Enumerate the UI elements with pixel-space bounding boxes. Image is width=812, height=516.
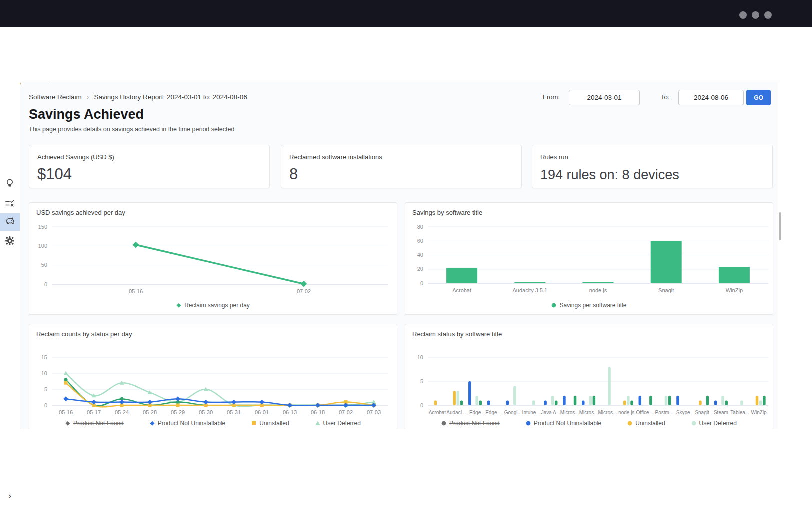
legend-marker-circle xyxy=(628,421,632,426)
svg-text:40: 40 xyxy=(418,252,424,258)
go-button[interactable]: GO xyxy=(746,90,771,106)
legend-marker-square xyxy=(252,421,256,426)
svg-text:100: 100 xyxy=(38,243,48,249)
svg-text:07-03: 07-03 xyxy=(367,410,381,416)
legend-marker-circle xyxy=(552,303,556,308)
svg-text:WinZip: WinZip xyxy=(726,288,743,294)
svg-text:0: 0 xyxy=(44,282,48,288)
stat-value: 8 xyxy=(290,166,298,184)
sidebar-item-savings[interactable] xyxy=(0,214,20,231)
page-subtitle: This page provides details on savings ac… xyxy=(29,126,234,133)
chart-legend: Product Not FoundProduct Not Uninstallab… xyxy=(30,420,397,427)
chart-canvas: 05101505-1605-1705-2405-2805-2905-3005-3… xyxy=(30,324,398,420)
stat-card-rules-run: Rules run 194 rules on: 8 devices xyxy=(532,145,773,188)
sidebar-item-rules[interactable] xyxy=(0,196,20,213)
legend-marker-triangle xyxy=(316,421,320,426)
svg-text:Intune ...: Intune ... xyxy=(522,410,542,416)
panel-savings-by-software: Savings by software title 020406080Acrob… xyxy=(405,202,774,315)
stat-card-reclaimed-installs: Reclaimed software installations 8 xyxy=(281,145,522,188)
checklist-icon xyxy=(4,198,16,211)
svg-text:Micros...: Micros... xyxy=(598,410,618,416)
svg-text:05-17: 05-17 xyxy=(87,410,101,416)
stat-value: $104 xyxy=(38,166,72,184)
svg-text:15: 15 xyxy=(42,354,48,360)
legend-item[interactable]: Product Not Found xyxy=(66,420,124,427)
chart-canvas: 020406080AcrobatAudacity 3.5.1node.jsSna… xyxy=(406,203,774,302)
svg-text:50: 50 xyxy=(42,262,48,268)
svg-text:node.js: node.js xyxy=(590,288,608,294)
panel-reclaim-status-by-software: Reclaim status by software title 0510Acr… xyxy=(405,324,774,429)
chart-canvas: 05010015005-1607-02 xyxy=(30,203,398,302)
legend-item[interactable]: User Deferred xyxy=(692,420,737,427)
scrollbar-thumb[interactable] xyxy=(779,212,782,240)
svg-text:80: 80 xyxy=(418,224,424,230)
svg-text:Java A...: Java A... xyxy=(542,410,560,416)
chart-legend: Reclaim savings per day xyxy=(30,302,397,309)
svg-text:05-30: 05-30 xyxy=(199,410,213,416)
app-header: 1E Software Reclaim xyxy=(0,28,812,82)
chart-legend: Product Not FoundProduct Not Uninstallab… xyxy=(406,420,773,427)
window-control-dot xyxy=(740,12,747,19)
svg-text:Micros...: Micros... xyxy=(580,410,598,416)
legend-label: Product Not Uninstallable xyxy=(534,420,602,427)
legend-label: Uninstalled xyxy=(260,420,289,427)
svg-text:Steam: Steam xyxy=(714,410,728,416)
legend-label: User Deferred xyxy=(324,420,361,427)
svg-text:05-24: 05-24 xyxy=(115,410,129,416)
svg-text:10: 10 xyxy=(418,354,424,360)
lightbulb-icon xyxy=(4,178,16,191)
window-control-dot xyxy=(764,12,772,19)
legend-label: User Deferred xyxy=(700,420,737,427)
stat-label: Rules run xyxy=(540,154,568,161)
legend-item[interactable]: Product Not Uninstallable xyxy=(150,420,226,427)
chart-legend: Savings per software title xyxy=(406,302,773,309)
svg-text:06-01: 06-01 xyxy=(255,410,269,416)
svg-text:Tablea...: Tablea... xyxy=(730,410,750,416)
svg-text:Micros...: Micros... xyxy=(560,410,580,416)
legend-marker-diamond xyxy=(66,421,70,426)
legend-item[interactable]: Reclaim savings per day xyxy=(176,302,250,309)
stat-card-achieved-savings: Achieved Savings (USD $) $104 xyxy=(29,145,270,188)
svg-text:05-16: 05-16 xyxy=(59,410,73,416)
main-content: Software Reclaim › Savings History Repor… xyxy=(20,82,778,429)
legend-label: Reclaim savings per day xyxy=(184,302,250,309)
svg-text:05-31: 05-31 xyxy=(227,410,241,416)
svg-text:10: 10 xyxy=(42,370,48,376)
svg-text:0: 0 xyxy=(420,402,424,408)
legend-item[interactable]: Product Not Found xyxy=(442,420,500,427)
sidebar-item-insights[interactable] xyxy=(0,176,20,193)
window-control-dot xyxy=(752,12,760,19)
legend-marker-circle xyxy=(526,421,531,426)
from-date-input[interactable] xyxy=(569,90,640,106)
legend-item[interactable]: Uninstalled xyxy=(252,420,289,427)
svg-text:node.js: node.js xyxy=(618,410,634,416)
window-titlebar xyxy=(0,0,812,28)
sidebar-item-settings[interactable] xyxy=(0,233,20,250)
panel-usd-savings-per-day: USD savings achieved per day 05010015005… xyxy=(29,202,398,315)
svg-text:Audacity 3.5.1: Audacity 3.5.1 xyxy=(512,288,548,294)
to-date-input[interactable] xyxy=(678,90,744,106)
svg-text:Skype: Skype xyxy=(676,410,690,416)
sidebar-expand-chevron-icon[interactable]: › xyxy=(0,490,20,502)
legend-label: Product Not Found xyxy=(450,420,500,427)
legend-marker-diamond xyxy=(176,303,182,308)
legend-item[interactable]: Product Not Uninstallable xyxy=(526,420,602,427)
chart-canvas: 0510AcrobatAudaci...EdgeEdge ...Googl...… xyxy=(406,324,774,420)
legend-item[interactable]: Uninstalled xyxy=(628,420,665,427)
legend-item[interactable]: Savings per software title xyxy=(552,302,626,309)
svg-text:20: 20 xyxy=(418,266,424,272)
svg-text:150: 150 xyxy=(38,224,48,230)
breadcrumb-root-link[interactable]: Software Reclaim xyxy=(29,94,82,101)
stat-value: 194 rules on: 8 devices xyxy=(540,168,680,183)
gear-icon xyxy=(4,236,16,248)
legend-item[interactable]: User Deferred xyxy=(316,420,361,427)
svg-text:5: 5 xyxy=(44,386,48,392)
legend-label: Product Not Found xyxy=(74,420,124,427)
svg-text:05-16: 05-16 xyxy=(129,288,143,294)
breadcrumb: Software Reclaim › Savings History Repor… xyxy=(29,93,248,101)
svg-text:07-02: 07-02 xyxy=(297,288,311,294)
svg-text:Snagit: Snagit xyxy=(695,410,710,416)
piggy-bank-icon xyxy=(4,216,16,229)
svg-text:Edge: Edge xyxy=(470,410,482,416)
svg-text:Audaci...: Audaci... xyxy=(446,410,466,416)
